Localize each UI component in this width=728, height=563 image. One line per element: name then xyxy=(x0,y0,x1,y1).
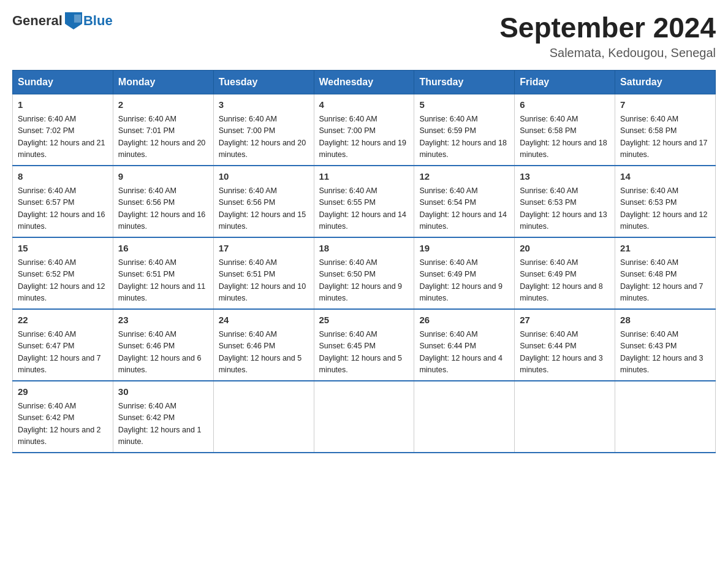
day-number: 19 xyxy=(419,242,509,256)
day-number: 1 xyxy=(18,98,108,112)
weekday-header-wednesday: Wednesday xyxy=(314,70,414,94)
day-info: Sunrise: 6:40 AMSunset: 6:49 PMDaylight:… xyxy=(419,257,509,305)
calendar-day-cell: 27Sunrise: 6:40 AMSunset: 6:44 PMDayligh… xyxy=(515,309,615,381)
day-number: 23 xyxy=(118,313,208,327)
weekday-header-monday: Monday xyxy=(113,70,213,94)
day-info: Sunrise: 6:40 AMSunset: 6:50 PMDaylight:… xyxy=(319,257,409,305)
day-info: Sunrise: 6:40 AMSunset: 6:52 PMDaylight:… xyxy=(18,257,108,305)
calendar-day-cell: 7Sunrise: 6:40 AMSunset: 6:58 PMDaylight… xyxy=(615,94,716,166)
day-info: Sunrise: 6:40 AMSunset: 6:43 PMDaylight:… xyxy=(620,329,710,377)
calendar-day-cell: 3Sunrise: 6:40 AMSunset: 7:00 PMDaylight… xyxy=(213,94,314,166)
day-info: Sunrise: 6:40 AMSunset: 7:00 PMDaylight:… xyxy=(319,113,409,161)
calendar-day-cell: 13Sunrise: 6:40 AMSunset: 6:53 PMDayligh… xyxy=(515,166,615,237)
calendar-day-cell: 15Sunrise: 6:40 AMSunset: 6:52 PMDayligh… xyxy=(13,237,113,309)
logo-icon xyxy=(65,12,82,29)
day-info: Sunrise: 6:40 AMSunset: 6:47 PMDaylight:… xyxy=(18,329,108,377)
day-info: Sunrise: 6:40 AMSunset: 7:00 PMDaylight:… xyxy=(219,113,309,161)
day-number: 21 xyxy=(620,242,710,256)
day-number: 17 xyxy=(219,242,309,256)
day-number: 15 xyxy=(18,242,108,256)
calendar-day-cell: 11Sunrise: 6:40 AMSunset: 6:55 PMDayligh… xyxy=(314,166,414,237)
day-number: 27 xyxy=(520,313,610,327)
day-info: Sunrise: 6:40 AMSunset: 6:53 PMDaylight:… xyxy=(620,185,710,233)
calendar-table: SundayMondayTuesdayWednesdayThursdayFrid… xyxy=(12,70,716,453)
day-number: 7 xyxy=(620,98,710,112)
calendar-day-cell: 6Sunrise: 6:40 AMSunset: 6:58 PMDaylight… xyxy=(515,94,615,166)
day-number: 26 xyxy=(419,313,509,327)
calendar-day-cell: 4Sunrise: 6:40 AMSunset: 7:00 PMDaylight… xyxy=(314,94,414,166)
day-info: Sunrise: 6:40 AMSunset: 6:48 PMDaylight:… xyxy=(620,257,710,305)
day-number: 20 xyxy=(520,242,610,256)
day-number: 4 xyxy=(319,98,409,112)
day-info: Sunrise: 6:40 AMSunset: 6:51 PMDaylight:… xyxy=(219,257,309,305)
day-info: Sunrise: 6:40 AMSunset: 6:49 PMDaylight:… xyxy=(520,257,610,305)
logo-text-general: General xyxy=(12,13,63,29)
day-info: Sunrise: 6:40 AMSunset: 6:42 PMDaylight:… xyxy=(18,400,108,448)
day-number: 28 xyxy=(620,313,710,327)
day-number: 14 xyxy=(620,170,710,184)
day-info: Sunrise: 6:40 AMSunset: 6:56 PMDaylight:… xyxy=(219,185,309,233)
day-number: 9 xyxy=(118,170,208,184)
day-info: Sunrise: 6:40 AMSunset: 7:01 PMDaylight:… xyxy=(118,113,208,161)
day-number: 2 xyxy=(118,98,208,112)
day-info: Sunrise: 6:40 AMSunset: 7:02 PMDaylight:… xyxy=(18,113,108,161)
calendar-day-cell: 28Sunrise: 6:40 AMSunset: 6:43 PMDayligh… xyxy=(615,309,716,381)
calendar-day-cell: 22Sunrise: 6:40 AMSunset: 6:47 PMDayligh… xyxy=(13,309,113,381)
calendar-day-cell: 24Sunrise: 6:40 AMSunset: 6:46 PMDayligh… xyxy=(213,309,314,381)
weekday-header-saturday: Saturday xyxy=(615,70,716,94)
day-info: Sunrise: 6:40 AMSunset: 6:42 PMDaylight:… xyxy=(118,400,208,448)
day-info: Sunrise: 6:40 AMSunset: 6:56 PMDaylight:… xyxy=(118,185,208,233)
calendar-day-cell: 2Sunrise: 6:40 AMSunset: 7:01 PMDaylight… xyxy=(113,94,213,166)
day-info: Sunrise: 6:40 AMSunset: 6:46 PMDaylight:… xyxy=(219,329,309,377)
month-year-title: September 2024 xyxy=(499,12,716,44)
day-number: 10 xyxy=(219,170,309,184)
day-info: Sunrise: 6:40 AMSunset: 6:46 PMDaylight:… xyxy=(118,329,208,377)
calendar-week-row: 15Sunrise: 6:40 AMSunset: 6:52 PMDayligh… xyxy=(13,237,716,309)
day-info: Sunrise: 6:40 AMSunset: 6:44 PMDaylight:… xyxy=(520,329,610,377)
day-info: Sunrise: 6:40 AMSunset: 6:53 PMDaylight:… xyxy=(520,185,610,233)
day-number: 3 xyxy=(219,98,309,112)
svg-marker-1 xyxy=(74,15,81,23)
day-number: 24 xyxy=(219,313,309,327)
logo-text-blue: Blue xyxy=(83,13,113,29)
day-info: Sunrise: 6:40 AMSunset: 6:55 PMDaylight:… xyxy=(319,185,409,233)
weekday-header-tuesday: Tuesday xyxy=(213,70,314,94)
calendar-day-cell: 9Sunrise: 6:40 AMSunset: 6:56 PMDaylight… xyxy=(113,166,213,237)
calendar-week-row: 29Sunrise: 6:40 AMSunset: 6:42 PMDayligh… xyxy=(13,381,716,453)
calendar-week-row: 22Sunrise: 6:40 AMSunset: 6:47 PMDayligh… xyxy=(13,309,716,381)
calendar-day-cell: 23Sunrise: 6:40 AMSunset: 6:46 PMDayligh… xyxy=(113,309,213,381)
page-header: General Blue September 2024 Salemata, Ke… xyxy=(12,12,716,60)
calendar-week-row: 8Sunrise: 6:40 AMSunset: 6:57 PMDaylight… xyxy=(13,166,716,237)
day-number: 29 xyxy=(18,385,108,399)
calendar-day-cell: 18Sunrise: 6:40 AMSunset: 6:50 PMDayligh… xyxy=(314,237,414,309)
day-number: 5 xyxy=(419,98,509,112)
calendar-empty-cell xyxy=(615,381,716,453)
calendar-empty-cell xyxy=(213,381,314,453)
calendar-day-cell: 17Sunrise: 6:40 AMSunset: 6:51 PMDayligh… xyxy=(213,237,314,309)
calendar-day-cell: 14Sunrise: 6:40 AMSunset: 6:53 PMDayligh… xyxy=(615,166,716,237)
calendar-day-cell: 19Sunrise: 6:40 AMSunset: 6:49 PMDayligh… xyxy=(414,237,515,309)
day-info: Sunrise: 6:40 AMSunset: 6:59 PMDaylight:… xyxy=(419,113,509,161)
day-number: 30 xyxy=(118,385,208,399)
calendar-day-cell: 21Sunrise: 6:40 AMSunset: 6:48 PMDayligh… xyxy=(615,237,716,309)
day-number: 8 xyxy=(18,170,108,184)
calendar-day-cell: 29Sunrise: 6:40 AMSunset: 6:42 PMDayligh… xyxy=(13,381,113,453)
day-info: Sunrise: 6:40 AMSunset: 6:58 PMDaylight:… xyxy=(620,113,710,161)
day-number: 18 xyxy=(319,242,409,256)
weekday-header-row: SundayMondayTuesdayWednesdayThursdayFrid… xyxy=(13,70,716,94)
logo: General Blue xyxy=(12,12,113,29)
title-area: September 2024 Salemata, Kedougou, Seneg… xyxy=(499,12,716,60)
day-info: Sunrise: 6:40 AMSunset: 6:58 PMDaylight:… xyxy=(520,113,610,161)
weekday-header-friday: Friday xyxy=(515,70,615,94)
calendar-day-cell: 30Sunrise: 6:40 AMSunset: 6:42 PMDayligh… xyxy=(113,381,213,453)
day-info: Sunrise: 6:40 AMSunset: 6:57 PMDaylight:… xyxy=(18,185,108,233)
calendar-day-cell: 10Sunrise: 6:40 AMSunset: 6:56 PMDayligh… xyxy=(213,166,314,237)
calendar-week-row: 1Sunrise: 6:40 AMSunset: 7:02 PMDaylight… xyxy=(13,94,716,166)
day-info: Sunrise: 6:40 AMSunset: 6:44 PMDaylight:… xyxy=(419,329,509,377)
calendar-empty-cell xyxy=(414,381,515,453)
day-number: 6 xyxy=(520,98,610,112)
calendar-day-cell: 8Sunrise: 6:40 AMSunset: 6:57 PMDaylight… xyxy=(13,166,113,237)
day-number: 22 xyxy=(18,313,108,327)
day-number: 12 xyxy=(419,170,509,184)
weekday-header-sunday: Sunday xyxy=(13,70,113,94)
